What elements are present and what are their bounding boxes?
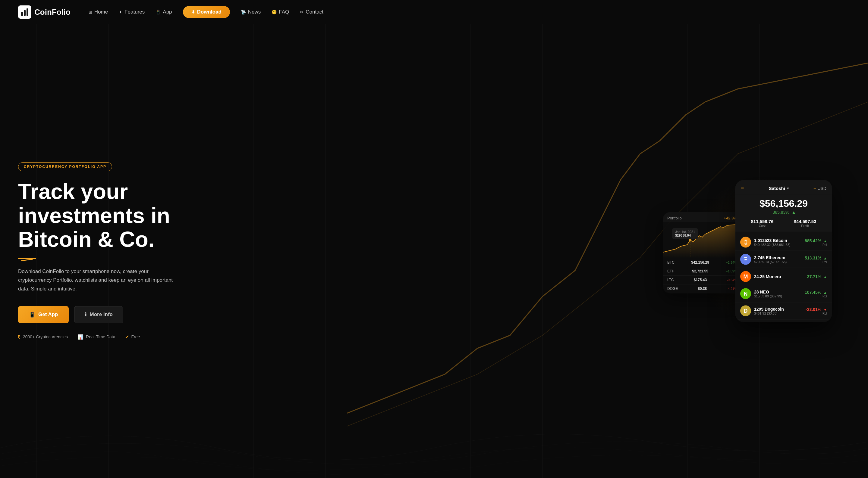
hero-section: CRYPTOCURRENCY PORTFOLIO APP Track your …	[0, 24, 868, 478]
roi-percentage: 385.83% ▲	[741, 210, 827, 215]
get-app-button[interactable]: 📱 Get App	[18, 306, 69, 323]
eth-icon: Ξ	[740, 254, 751, 265]
total-balance: $56,156.29	[741, 198, 827, 209]
hero-title: Track your investments in Bitcoin & Co.	[18, 180, 193, 251]
cost-profit: $11,558.76 Cost $44,597.53 Profit	[735, 216, 832, 232]
btc-right: 885.42% ▲ Rol	[805, 238, 827, 246]
nav-item-contact[interactable]: ✉Contact	[300, 9, 323, 15]
eth-right: 513.31% ▲ Rol	[805, 255, 827, 263]
nav-item-faq[interactable]: 😊FAQ	[272, 9, 289, 15]
nav-links: ⊞Home ✦Features 📱App ⬇Download 📡News 😊FA…	[89, 6, 323, 18]
user-name: Satoshi ▾	[769, 186, 789, 191]
xmr-right: 27.71% ▲	[807, 274, 827, 279]
up-arrow-icon: ▲	[792, 210, 796, 215]
up-arrow: ▲	[824, 256, 827, 260]
up-arrow: ▲	[824, 239, 827, 243]
neo-right: 107.45% ▲ Rol	[805, 289, 827, 298]
coin-row-neo[interactable]: N 28 NEO $1,763.80 ($62.99) 107.45% ▲ Ro…	[735, 285, 832, 303]
up-arrow: ▲	[824, 275, 827, 279]
coin-row-doge[interactable]: Ð 1205 Dogecoin $461.92 ($0.38) -23.01% …	[735, 303, 832, 320]
svg-rect-2	[27, 8, 28, 15]
phone-icon: 📱	[29, 312, 35, 318]
xmr-info: 24.25 Monero	[754, 274, 804, 279]
hamburger-icon[interactable]: ≡	[741, 185, 744, 192]
chart-area: Jan 1st, 2021 $29388.94	[663, 222, 741, 258]
nav-item-news[interactable]: 📡News	[241, 9, 261, 15]
check-icon: ✔	[125, 334, 129, 340]
neo-icon: N	[740, 288, 751, 299]
download-icon: ⬇	[191, 10, 195, 14]
hero-divider	[18, 258, 36, 259]
bitcoin-icon: ₿	[18, 334, 21, 340]
btc-icon: ₿	[740, 237, 751, 248]
phone-chart: Portfolio +42.3%	[663, 212, 741, 293]
phone-main-header: ≡ Satoshi ▾ + USD	[735, 180, 832, 195]
features-icon: ✦	[119, 10, 122, 14]
btc-info: 1.012523 Bitcoin $40,482.32 ($38,981.63)	[754, 238, 802, 246]
down-arrow: ▼	[824, 307, 827, 312]
hero-content: CRYPTOCURRENCY PORTFOLIO APP Track your …	[0, 162, 211, 340]
plus-icon: +	[813, 185, 816, 191]
nav-item-features[interactable]: ✦Features	[119, 9, 145, 15]
neo-info: 28 NEO $1,763.80 ($62.99)	[754, 289, 802, 298]
nav-item-home[interactable]: ⊞Home	[89, 9, 108, 15]
app-icon: 📱	[156, 10, 161, 14]
pb-row-ltc: LTC $175.43 -0.54%	[663, 276, 741, 284]
stat-cryptocurrencies: ₿ 2000+ Cryptocurrencies	[18, 334, 68, 340]
doge-icon: Ð	[740, 306, 751, 316]
cost-item: $11,558.76 Cost	[751, 219, 773, 228]
logo-text: CoinFolio	[34, 7, 70, 17]
navbar: CoinFolio ⊞Home ✦Features 📱App ⬇Download…	[0, 0, 868, 24]
hero-description: Download CoinFolio to your smartphone no…	[18, 267, 181, 294]
currency-selector[interactable]: + USD	[813, 185, 827, 191]
doge-info: 1205 Dogecoin $461.92 ($0.38)	[754, 307, 803, 315]
phone-balance: $56,156.29 385.83% ▲	[735, 195, 832, 216]
coin-row-eth[interactable]: Ξ 2.745 Ethereum $7,469.10 ($2,721.55) 5…	[735, 251, 832, 268]
hero-badge: CRYPTOCURRENCY PORTFOLIO APP	[18, 162, 112, 171]
logo[interactable]: CoinFolio	[18, 5, 70, 19]
phone-main: ≡ Satoshi ▾ + USD $56,156.29 385.83% ▲	[735, 180, 832, 322]
news-icon: 📡	[241, 10, 246, 14]
pb-row-eth: ETH $2,721.55 +1.89%	[663, 267, 741, 276]
xmr-icon: M	[740, 271, 751, 282]
pb-row-btc: BTC $42,156.29 +2.34%	[663, 258, 741, 267]
profit-item: $44,597.53 Profit	[794, 219, 816, 228]
contact-icon: ✉	[300, 10, 304, 14]
up-arrow: ▲	[824, 290, 827, 295]
pb-row-doge: DOGE $0.38 -4.21%	[663, 284, 741, 293]
stat-free: ✔ Free	[125, 334, 140, 340]
doge-right: -23.01% ▼ Rol	[806, 307, 827, 315]
eth-info: 2.745 Ethereum $7,469.10 ($2,721.55)	[754, 255, 802, 264]
more-info-button[interactable]: ℹ More Info	[74, 306, 123, 323]
nav-item-app[interactable]: 📱App	[156, 9, 172, 15]
svg-rect-0	[21, 12, 23, 15]
home-icon: ⊞	[89, 10, 92, 14]
hero-buttons: 📱 Get App ℹ More Info	[18, 306, 193, 323]
coin-row-xmr[interactable]: M 24.25 Monero 27.71% ▲	[735, 268, 832, 285]
hero-stats: ₿ 2000+ Cryptocurrencies 📊 Real-Time Dat…	[18, 334, 193, 340]
nav-item-download[interactable]: ⬇Download	[183, 6, 230, 18]
svg-rect-1	[24, 10, 26, 15]
stat-realtime: 📊 Real-Time Data	[78, 334, 116, 340]
pb-header: Portfolio +42.3%	[663, 212, 741, 222]
logo-icon	[18, 5, 31, 19]
phone-mockups: Portfolio +42.3%	[391, 24, 868, 478]
faq-icon: 😊	[272, 10, 277, 14]
info-icon: ℹ	[85, 312, 87, 318]
chart-tooltip: Jan 1st, 2021 $29388.94	[672, 228, 698, 239]
coin-row-btc[interactable]: ₿ 1.012523 Bitcoin $40,482.32 ($38,981.6…	[735, 234, 832, 251]
coin-list: ₿ 1.012523 Bitcoin $40,482.32 ($38,981.6…	[735, 232, 832, 322]
chart-icon: 📊	[78, 334, 84, 340]
